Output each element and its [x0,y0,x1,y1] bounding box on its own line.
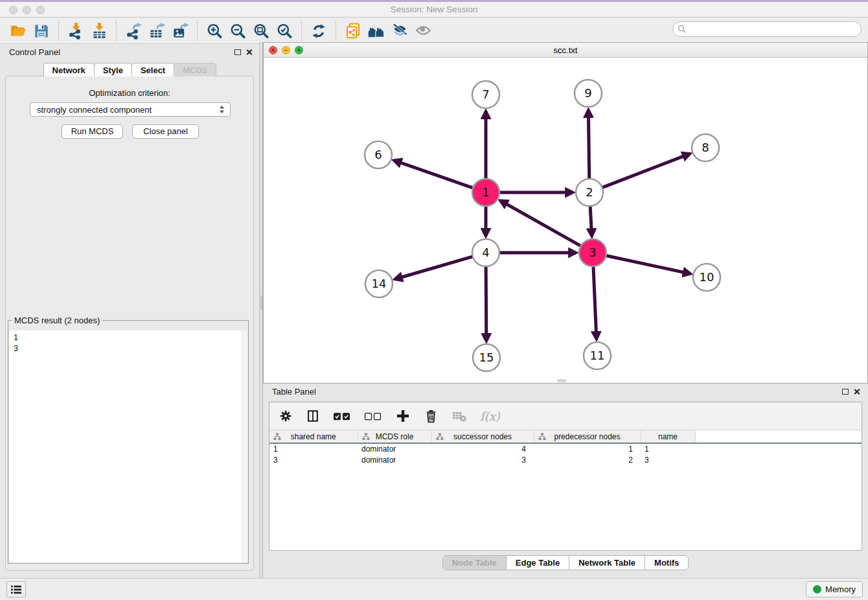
zoom-in-button[interactable] [203,20,226,42]
tab-network[interactable]: Network [43,63,95,76]
control-panel-header: Control Panel [0,44,259,61]
network-window-title: scc.txt [264,43,867,58]
tab-mcds[interactable]: MCDS [174,63,216,76]
mcds-result-group: MCDS result (2 nodes) 13 [8,320,249,564]
zoom-selected-button[interactable] [273,20,296,42]
import-table-button[interactable] [87,20,111,42]
zoom-fit-button[interactable] [249,20,273,42]
import-network-icon [67,22,85,40]
tab-edge-table[interactable]: Edge Table [507,556,569,570]
save-session-button[interactable] [30,20,53,42]
export-network-icon [125,22,143,40]
column-header-mcds-role[interactable]: MCDS role [358,430,431,443]
search-input[interactable] [689,23,861,35]
apply-layout-button[interactable] [307,20,330,42]
mcds-result-title: MCDS result (2 nodes) [12,316,102,325]
status-bar: Memory [0,578,868,600]
deselect-all-button[interactable] [364,411,382,422]
hide-selected-button[interactable] [388,20,411,42]
table-cell[interactable]: dominator [358,454,431,465]
splitter-grip[interactable] [260,295,262,310]
graph-node-3[interactable]: 3 [579,239,606,266]
export-image-button[interactable] [168,20,192,42]
close-panel-button[interactable]: Close panel [132,124,199,139]
table-cell[interactable]: 1 [641,443,695,454]
graph-edge-2-8[interactable] [602,154,690,187]
table-row[interactable]: 3dominator323 [269,454,862,465]
table-cell[interactable]: 3 [431,454,534,465]
plus-icon [395,408,411,424]
pane-layout-button[interactable] [306,409,320,423]
column-header-successor-nodes[interactable]: successor nodes [431,430,534,443]
network-window-titlebar[interactable]: × − + scc.txt [264,43,867,58]
graph-node-7[interactable]: 7 [472,81,499,108]
table-cell[interactable]: 2 [534,454,641,465]
graph-node-6[interactable]: 6 [365,141,392,168]
table-cell[interactable]: 1 [534,443,641,454]
graph-edge-2-9[interactable] [588,110,589,179]
graph-edge-3-1[interactable] [501,201,582,246]
close-panel-icon[interactable] [853,388,860,395]
graph-edge-1-6[interactable] [394,161,474,189]
task-history-button[interactable] [6,581,26,597]
clone-network-button[interactable] [341,20,365,42]
add-column-button[interactable] [395,408,411,424]
tab-style[interactable]: Style [94,63,132,76]
search-field[interactable] [672,21,862,37]
export-network-button[interactable] [122,20,145,42]
network-view-window: × − + scc.txt 1234678910111415 [263,42,868,384]
graph-edge-4-15[interactable] [486,266,486,341]
graph-node-15[interactable]: 15 [473,344,500,371]
open-session-button[interactable] [6,20,30,42]
tab-node-table[interactable]: Node Table [443,556,507,570]
close-panel-icon[interactable] [246,49,253,56]
hierarchy-icon [273,433,281,441]
column-header-predecessor-nodes[interactable]: predecessor nodes [534,430,641,443]
graph-node-9[interactable]: 9 [575,80,602,107]
mcds-result-text[interactable]: 13 [9,330,247,562]
function-builder-button[interactable]: f(x) [480,410,500,423]
table-cell[interactable]: dominator [358,443,431,454]
export-table-button[interactable] [145,20,168,42]
delete-column-button[interactable] [424,409,439,424]
tab-select[interactable]: Select [131,63,174,76]
table-cell[interactable]: 3 [641,454,695,465]
graph-node-8[interactable]: 8 [692,134,719,161]
graph-edge-2-3[interactable] [590,205,592,236]
horizontal-splitter-grip[interactable] [557,379,566,382]
graph-node-14[interactable]: 14 [365,270,393,297]
column-header-shared-name[interactable]: shared name [269,430,358,443]
graph-node-2[interactable]: 2 [576,179,603,206]
graph-node-10[interactable]: 10 [693,264,720,291]
toolbar-separator [58,21,59,41]
criterion-dropdown[interactable]: strongly connected component [30,102,231,117]
zoom-out-button[interactable] [226,20,249,42]
table-row[interactable]: 1dominator411 [269,443,862,454]
network-home-button[interactable] [365,20,388,42]
float-panel-icon[interactable] [234,49,241,55]
table-cell[interactable]: 1 [269,443,358,454]
float-panel-icon[interactable] [842,389,849,395]
node-label: 10 [700,270,714,284]
memory-button[interactable]: Memory [806,581,863,597]
show-all-button[interactable] [411,20,435,42]
select-all-button[interactable] [333,411,351,422]
graph-edge-4-14[interactable] [395,257,474,279]
zoom-fit-icon [253,23,269,40]
network-canvas[interactable]: 1234678910111415 [264,58,867,383]
graph-edge-3-10[interactable] [606,255,691,273]
graph-node-1[interactable]: 1 [472,179,499,206]
run-mcds-button[interactable]: Run MCDS [62,124,123,139]
tab-motifs[interactable]: Motifs [645,556,688,570]
column-settings-button[interactable] [279,409,293,423]
delete-table-button[interactable] [451,409,467,423]
import-network-button[interactable] [64,20,87,42]
table-cell[interactable]: 4 [431,443,534,454]
column-header-name[interactable]: name [641,430,695,443]
result-scrollbar[interactable] [242,330,247,562]
graph-node-11[interactable]: 11 [584,342,611,369]
tab-network-table[interactable]: Network Table [569,556,645,570]
table-cell[interactable]: 3 [269,454,358,465]
graph-edge-3-11[interactable] [593,266,597,339]
graph-node-4[interactable]: 4 [472,239,499,266]
